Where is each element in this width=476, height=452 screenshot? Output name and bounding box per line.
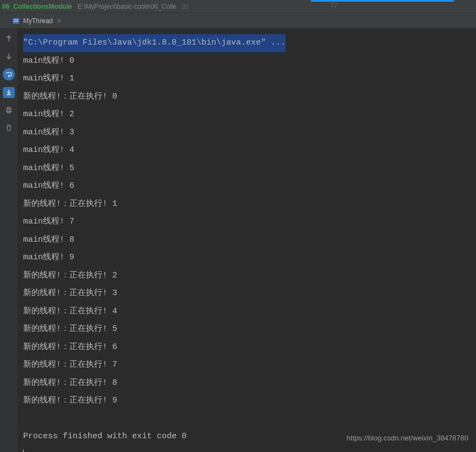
line-num-right: 77: [330, 2, 337, 9]
console-line: 新的线程!：正在执行! 4: [23, 303, 470, 321]
console-line: 新的线程!：正在执行! 7: [23, 356, 470, 374]
top-bar: 06_CollectionsModule E:\MyProject\basic-…: [0, 0, 476, 13]
line-num-left: 32: [182, 3, 189, 10]
console-line: main线程! 1: [23, 70, 470, 88]
console-line: 新的线程!：正在执行! 5: [23, 320, 470, 339]
console-cursor-line: [23, 446, 470, 453]
tab-label: MyThread: [23, 17, 53, 25]
arrow-up-icon[interactable]: [3, 33, 14, 44]
console-line: main线程! 5: [23, 160, 470, 178]
console-line: 新的线程!：正在执行! 9: [23, 392, 470, 410]
svg-rect-4: [7, 107, 10, 109]
text-cursor: [23, 449, 24, 452]
console-line: 新的线程!：正在执行! 1: [23, 195, 470, 214]
console-line: 新的线程!：正在执行! 0: [23, 88, 470, 106]
arrow-down-icon[interactable]: [3, 51, 14, 62]
watermark: https://blog.csdn.net/weixin_38478780: [347, 434, 468, 442]
tab-bar: MyThread ×: [0, 13, 476, 29]
print-icon[interactable]: [3, 105, 14, 116]
tab-mythread[interactable]: MyThread ×: [8, 15, 65, 27]
console-line: main线程! 8: [23, 231, 470, 249]
svg-rect-2: [14, 21, 18, 22]
svg-rect-1: [14, 19, 18, 20]
console-cmd-line: "C:\Program Files\Java\jdk1.8.0_181\bin\…: [23, 34, 286, 52]
console-line: main线程! 4: [23, 141, 470, 160]
project-path: E:\MyProject\basic-code\06_Colle: [74, 3, 177, 10]
close-icon[interactable]: ×: [57, 17, 61, 25]
main-area: "C:\Program Files\Java\jdk1.8.0_181\bin\…: [0, 29, 476, 452]
console-line: main线程! 7: [23, 213, 470, 231]
console-line: 新的线程!：正在执行! 6: [23, 339, 470, 357]
console-line: main线程! 9: [23, 249, 470, 267]
console-line: 新的线程!：正在执行! 8: [23, 374, 470, 393]
console-line: [23, 410, 470, 428]
module-label: 06_CollectionsModule: [0, 3, 74, 10]
console-gutter: [0, 29, 18, 452]
progress-bar: [311, 0, 454, 2]
trash-icon[interactable]: [3, 122, 14, 133]
console-line: 新的线程!：正在执行! 3: [23, 285, 470, 303]
download-icon[interactable]: [3, 87, 15, 98]
console-line: main线程! 6: [23, 177, 470, 195]
console-line: main线程! 2: [23, 106, 470, 124]
console-output[interactable]: "C:\Program Files\Java\jdk1.8.0_181\bin\…: [18, 29, 476, 452]
run-config-icon: [12, 17, 20, 25]
console-line: 新的线程!：正在执行! 2: [23, 267, 470, 285]
console-line: main线程! 3: [23, 124, 470, 142]
wrap-icon[interactable]: [3, 68, 15, 80]
console-line: main线程! 0: [23, 52, 470, 70]
